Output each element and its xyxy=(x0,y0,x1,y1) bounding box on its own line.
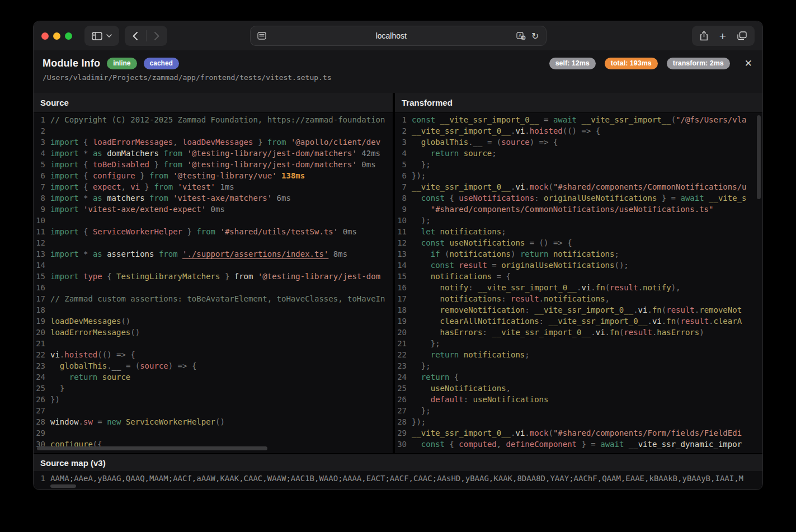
code-line: 11 let notifications; xyxy=(395,226,762,237)
code-line: 20 hasErrors: __vite_ssr_import_0__.vi.f… xyxy=(395,327,762,338)
code-text: }; xyxy=(412,338,440,349)
line-number: 5 xyxy=(34,159,50,170)
line-number: 16 xyxy=(395,282,412,293)
page-settings-icon[interactable] xyxy=(257,32,266,40)
code-line: 8 const { useNotifications: originalUseN… xyxy=(395,192,762,204)
source-code-view[interactable]: 1// Copyright (C) 2012-2025 Zammad Found… xyxy=(34,113,393,453)
line-number: 26 xyxy=(395,394,412,405)
code-line: 3import { loadErrorMessages, loadDevMess… xyxy=(34,136,393,148)
line-number: 14 xyxy=(34,260,50,271)
code-line: 22vi.hoisted(() => { xyxy=(34,349,393,360)
minimize-window-button[interactable] xyxy=(53,32,60,40)
horizontal-scrollbar[interactable] xyxy=(37,446,267,450)
code-text: const result = originalUseNotifications(… xyxy=(412,260,629,271)
line-number: 13 xyxy=(395,248,412,260)
svg-text:文: 文 xyxy=(522,36,526,40)
code-line: 29 xyxy=(34,427,393,439)
chevron-right-icon xyxy=(154,32,159,40)
code-text: "#shared/components/CommonNotifications/… xyxy=(412,204,713,215)
code-text: notifications = { xyxy=(412,271,511,282)
line-number: 19 xyxy=(395,316,412,327)
code-text: } xyxy=(50,383,64,394)
code-line: 8import * as matchers from 'vitest-axe/m… xyxy=(34,192,393,204)
line-number: 9 xyxy=(34,204,50,215)
code-line: 16 xyxy=(34,282,393,293)
code-text: // Copyright (C) 2012-2025 Zammad Founda… xyxy=(50,114,385,125)
code-line: 11import { ServiceWorkerHelper } from '#… xyxy=(34,226,393,237)
line-number: 14 xyxy=(395,260,412,271)
code-line: 17// Zammad custom assertions: toBeAvata… xyxy=(34,293,393,304)
close-icon[interactable]: ✕ xyxy=(745,59,752,68)
new-tab-button[interactable]: + xyxy=(719,30,726,42)
address-bar[interactable]: localhost A 文 ↻ xyxy=(250,26,547,46)
code-line: 19 clearAllNotifications: __vite_ssr_imp… xyxy=(395,316,762,327)
line-number: 10 xyxy=(34,215,50,226)
code-text: return notifications; xyxy=(412,349,530,360)
code-text: }); xyxy=(412,170,426,181)
line-number: 16 xyxy=(34,282,50,293)
code-panes: Source 1// Copyright (C) 2012-2025 Zamma… xyxy=(34,93,762,453)
code-line: 28}); xyxy=(395,416,762,427)
code-text: hasErrors: __vite_ssr_import_0__.vi.fn(r… xyxy=(412,327,704,338)
code-text: let notifications; xyxy=(412,226,506,237)
horizontal-scrollbar[interactable] xyxy=(50,484,76,488)
code-text: import { ServiceWorkerHelper } from '#sh… xyxy=(50,226,357,237)
line-number: 4 xyxy=(395,148,412,159)
code-text: vi.hoisted(() => { xyxy=(50,349,135,360)
code-text: import 'vitest-axe/extend-expect' 0ms xyxy=(50,204,225,215)
close-window-button[interactable] xyxy=(41,32,49,40)
line-number: 23 xyxy=(34,360,50,371)
code-line: 10 xyxy=(34,215,393,226)
code-line: 20loadErrorMessages() xyxy=(34,327,393,338)
back-button[interactable] xyxy=(125,26,146,46)
code-text: default: useNotifications xyxy=(412,394,548,405)
line-number: 21 xyxy=(34,338,50,349)
sidebar-toggle-button[interactable] xyxy=(84,26,119,46)
share-button[interactable] xyxy=(700,31,708,41)
code-line: 10 ); xyxy=(395,215,762,226)
translate-icon[interactable]: A 文 xyxy=(516,32,526,40)
code-line: 17 notifications: result.notifications, xyxy=(395,293,762,304)
code-text: import type { TestingLibraryMatchers } f… xyxy=(50,271,380,282)
line-number: 24 xyxy=(395,371,412,383)
tabs-icon xyxy=(737,31,747,40)
line-number: 29 xyxy=(34,427,50,439)
line-number: 6 xyxy=(34,170,50,181)
line-number: 30 xyxy=(395,439,412,450)
line-number: 3 xyxy=(395,136,412,148)
line-number: 15 xyxy=(34,271,50,282)
vertical-scrollbar[interactable] xyxy=(757,115,761,199)
code-text: useNotifications, xyxy=(412,383,511,394)
line-number: 7 xyxy=(395,181,412,192)
code-line: 12 xyxy=(34,237,393,248)
code-line: 2__vite_ssr_import_0__.vi.hoisted(() => … xyxy=(395,125,762,136)
source-pane-title: Source xyxy=(34,93,393,113)
code-text: const __vite_ssr_import_0__ = await __vi… xyxy=(412,114,747,125)
code-line: 25 } xyxy=(34,383,393,394)
code-line: 15import type { TestingLibraryMatchers }… xyxy=(34,271,393,282)
code-line: 7__vite_ssr_import_0__.vi.mock("#shared/… xyxy=(395,181,762,192)
code-line: 18 removeNotification: __vite_ssr_import… xyxy=(395,304,762,316)
line-number: 28 xyxy=(34,416,50,427)
code-text: removeNotification: __vite_ssr_import_0_… xyxy=(412,304,742,316)
code-line: 21 xyxy=(34,338,393,349)
line-number: 15 xyxy=(395,271,412,282)
forward-button[interactable] xyxy=(147,26,168,46)
code-text: const { computed, defineComponent } = aw… xyxy=(412,439,742,450)
code-text: return { xyxy=(412,371,459,383)
transformed-code-view[interactable]: 1const __vite_ssr_import_0__ = await __v… xyxy=(395,113,762,453)
fullscreen-window-button[interactable] xyxy=(65,32,72,40)
code-text: __vite_ssr_import_0__.vi.mock("#shared/c… xyxy=(412,427,742,439)
code-line: 4import * as domMatchers from '@testing-… xyxy=(34,148,393,159)
reload-icon[interactable]: ↻ xyxy=(531,31,539,41)
line-number: 1 xyxy=(395,114,412,125)
code-line: 18 xyxy=(34,304,393,316)
url-text: localhost xyxy=(266,31,517,40)
code-text: }) xyxy=(50,394,60,405)
code-text: }; xyxy=(412,159,431,170)
line-number: 27 xyxy=(395,405,412,416)
sourcemap-line: 1 AAMA;AAeA,yBAAG,QAAQ,MAAM;AACf,aAAW,KA… xyxy=(34,471,762,489)
code-text: // Zammad custom assertions: toBeAvatarE… xyxy=(50,293,385,304)
line-number: 4 xyxy=(34,148,50,159)
tab-overview-button[interactable] xyxy=(737,31,747,40)
